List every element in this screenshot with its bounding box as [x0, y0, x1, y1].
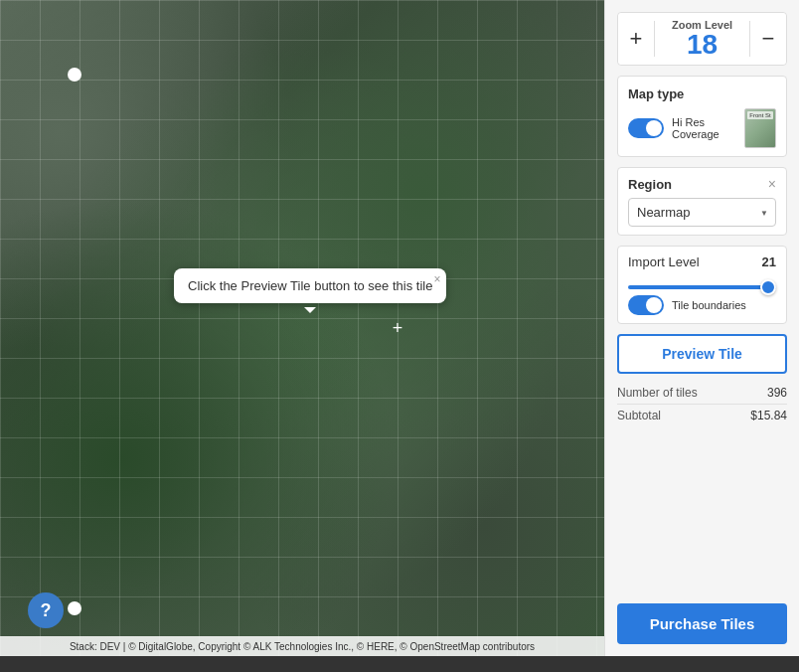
region-select[interactable]: Nearmap — [628, 198, 776, 227]
map-marker-top — [68, 68, 81, 82]
import-level-slider[interactable] — [628, 285, 776, 289]
grid-overlay — [0, 0, 604, 656]
tooltip-text: Click the Preview Tile button to see thi… — [188, 278, 432, 293]
map-crosshair: + — [390, 320, 405, 336]
tiles-count-label: Number of tiles — [617, 386, 698, 400]
right-panel: + Zoom Level 18 − Map type Hi Res Covera… — [604, 0, 799, 656]
toggle-track — [628, 118, 664, 138]
tooltip-bubble: × Click the Preview Tile button to see t… — [174, 268, 446, 303]
preview-tile-button[interactable]: Preview Tile — [617, 334, 787, 374]
hi-res-toggle[interactable] — [628, 118, 664, 138]
map-type-row: Hi Res Coverage Front St — [628, 108, 776, 148]
region-section: Region × Nearmap — [617, 167, 787, 236]
region-close-button[interactable]: × — [768, 176, 776, 192]
region-title: Region — [628, 177, 672, 192]
map-background — [0, 0, 604, 656]
tile-boundaries-track — [628, 295, 664, 315]
map-thumbnail: Front St — [744, 108, 776, 148]
map-marker-bottom — [68, 601, 81, 615]
zoom-section: + Zoom Level 18 − — [617, 12, 787, 66]
tiles-count-row: Number of tiles 396 — [617, 384, 787, 402]
subtotal-label: Subtotal — [617, 409, 661, 422]
import-level-row: Import Level 21 — [628, 254, 776, 269]
map-area[interactable]: + × Click the Preview Tile button to see… — [0, 0, 604, 656]
region-select-wrapper: Nearmap — [628, 198, 776, 227]
map-type-section: Map type Hi Res Coverage Front St — [617, 76, 787, 157]
zoom-info: Zoom Level 18 — [655, 15, 749, 63]
tile-boundaries-toggle[interactable] — [628, 295, 664, 315]
import-level-label: Import Level — [628, 254, 700, 269]
stats-section: Number of tiles 396 Subtotal $15.84 — [617, 384, 787, 424]
hi-res-label: Hi Res Coverage — [672, 116, 736, 140]
subtotal-value: $15.84 — [750, 409, 787, 422]
help-button[interactable]: ? — [28, 592, 64, 628]
zoom-level-value: 18 — [687, 31, 718, 59]
region-title-row: Region × — [628, 176, 776, 192]
tile-boundaries-thumb — [646, 297, 662, 313]
toggle-thumb — [646, 120, 662, 136]
map-footer: Stack: DEV | © DigitalGlobe, Copyright ©… — [0, 636, 604, 656]
zoom-out-button[interactable]: − — [750, 13, 786, 65]
tiles-count-value: 396 — [767, 386, 787, 400]
subtotal-row: Subtotal $15.84 — [617, 407, 787, 424]
zoom-in-button[interactable]: + — [618, 13, 654, 65]
stats-divider — [617, 404, 787, 405]
tile-boundaries-label: Tile boundaries — [672, 299, 746, 311]
import-level-section: Import Level 21 Tile boundaries — [617, 246, 787, 324]
import-level-value: 21 — [762, 254, 776, 269]
purchase-tiles-button[interactable]: Purchase Tiles — [617, 603, 787, 644]
map-type-title: Map type — [628, 86, 684, 101]
tile-boundaries-row: Tile boundaries — [628, 295, 776, 315]
tooltip-close[interactable]: × — [433, 272, 440, 286]
